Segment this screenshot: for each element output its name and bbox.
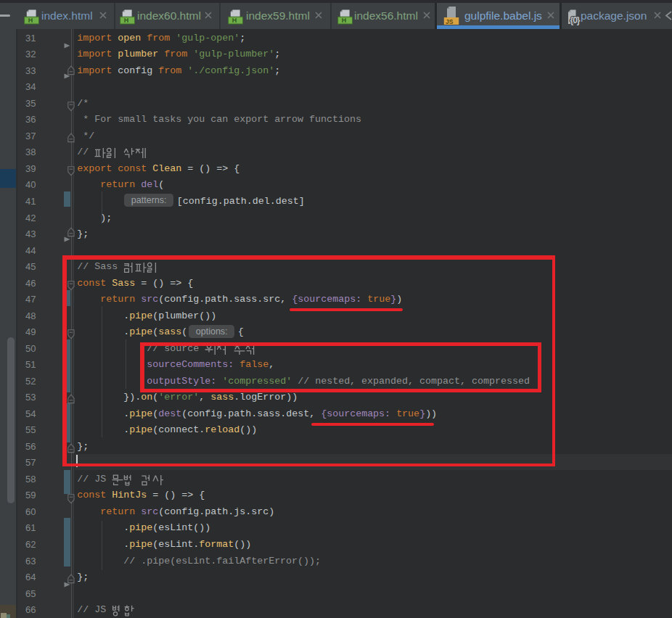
svg-text:H: H	[28, 17, 33, 24]
svg-text:H: H	[232, 17, 237, 24]
svg-text:H: H	[342, 17, 347, 24]
svg-text:JS: JS	[446, 18, 454, 25]
svg-text:H: H	[124, 17, 129, 24]
svg-text:{0}: {0}	[570, 15, 581, 25]
